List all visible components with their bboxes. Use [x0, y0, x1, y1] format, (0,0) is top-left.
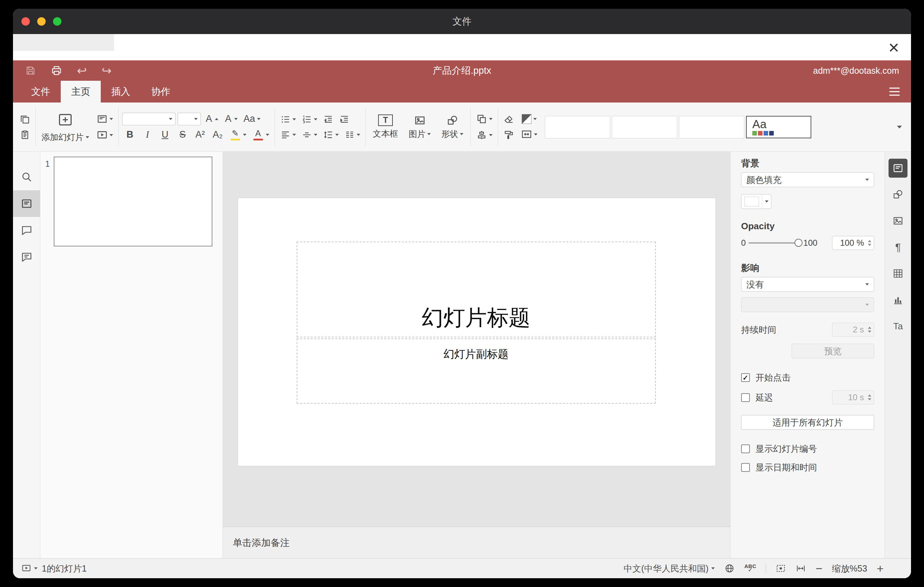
table-settings-tab[interactable]	[889, 264, 908, 283]
add-slide-menu-button[interactable]: 添加幻灯片	[39, 131, 91, 143]
subtitle-placeholder[interactable]: 幻灯片副标题	[297, 338, 656, 404]
search-tool[interactable]	[13, 163, 40, 190]
subscript-button[interactable]: A₂	[210, 129, 225, 140]
theme-gallery: Aa	[545, 102, 811, 151]
columns-button[interactable]	[343, 129, 362, 141]
theme-gallery-expand-button[interactable]	[893, 122, 906, 132]
bold-button[interactable]: B	[122, 129, 138, 140]
decrease-indent-button[interactable]	[321, 113, 335, 126]
copy-button[interactable]	[18, 113, 32, 126]
slide-size-button[interactable]	[519, 128, 539, 141]
zoom-out-button[interactable]: −	[815, 562, 823, 574]
clear-style-button[interactable]	[502, 113, 516, 126]
opacity-slider[interactable]	[749, 242, 800, 244]
chart-settings-icon	[893, 294, 904, 305]
color-scheme-button[interactable]	[519, 113, 539, 125]
save-icon[interactable]	[25, 65, 36, 76]
increase-indent-button[interactable]	[337, 113, 351, 126]
bullets-button[interactable]	[279, 113, 298, 126]
start-slideshow-status-button[interactable]	[21, 564, 38, 573]
paragraph-settings-tab[interactable]: ¶	[889, 238, 908, 257]
background-fill-select[interactable]: 颜色填充	[741, 172, 874, 187]
background-color-picker[interactable]	[741, 194, 771, 209]
decrease-font-button[interactable]: A	[222, 113, 239, 125]
show-slide-number-checkbox[interactable]	[741, 444, 750, 453]
shape-settings-tab[interactable]	[889, 185, 908, 204]
close-preview-button[interactable]: ×	[889, 38, 899, 56]
opacity-value-input[interactable]: 100 %	[832, 236, 874, 250]
set-language-button[interactable]	[724, 563, 735, 574]
opacity-slider-knob[interactable]	[794, 239, 802, 247]
hamburger-menu-icon[interactable]	[889, 88, 900, 96]
paste-button[interactable]	[18, 129, 32, 141]
slide-canvas[interactable]: 幻灯片标题 幻灯片副标题	[223, 152, 730, 527]
slide-thumbnail[interactable]	[54, 157, 213, 246]
theme-slot-3[interactable]	[679, 116, 744, 139]
chat-icon	[21, 251, 33, 263]
effect-select[interactable]: 没有	[741, 277, 874, 292]
theme-color-strip	[752, 131, 810, 135]
theme-slot-2[interactable]	[612, 116, 677, 139]
zoom-in-button[interactable]: +	[876, 562, 884, 574]
show-date-time-checkbox[interactable]	[741, 463, 750, 472]
comments-tool[interactable]	[13, 217, 40, 244]
theme-slot-current[interactable]: Aa	[746, 116, 811, 139]
redo-icon[interactable]: ↪	[102, 64, 112, 76]
highlight-color-button[interactable]: ✎	[228, 128, 248, 142]
fit-slide-button[interactable]	[776, 563, 786, 574]
line-spacing-button[interactable]	[321, 129, 340, 141]
fit-width-button[interactable]	[795, 563, 806, 574]
font-size-combo[interactable]	[178, 113, 201, 125]
show-slide-number-label: 显示幻灯片编号	[756, 443, 817, 455]
preview-button[interactable]: 预览	[792, 344, 874, 358]
undo-icon[interactable]: ↩	[77, 64, 87, 76]
italic-button[interactable]: I	[140, 129, 155, 140]
slides-panel-tool[interactable]	[13, 190, 40, 217]
close-window-button[interactable]	[21, 17, 30, 26]
delay-checkbox[interactable]	[741, 393, 750, 402]
arrange-shape-button[interactable]	[474, 112, 494, 126]
theme-slot-1[interactable]	[545, 116, 610, 139]
tab-insert[interactable]: 插入	[101, 81, 141, 102]
underline-button[interactable]: U	[157, 129, 173, 140]
notes-area[interactable]: 单击添加备注	[223, 527, 730, 558]
slide-settings-tab[interactable]	[889, 159, 908, 178]
align-shape-button[interactable]	[474, 129, 494, 142]
insert-textbox-button[interactable]: T 文本框	[369, 113, 402, 141]
title-placeholder[interactable]: 幻灯片标题	[297, 242, 656, 337]
textart-settings-tab[interactable]: Ta	[889, 317, 908, 336]
minimize-window-button[interactable]	[37, 17, 46, 26]
chat-tool[interactable]	[13, 244, 40, 270]
strikethrough-button[interactable]: S	[175, 129, 190, 140]
insert-image-button[interactable]: 图片	[405, 113, 434, 141]
chart-settings-tab[interactable]	[889, 290, 908, 309]
duration-input[interactable]: 2 s	[832, 323, 874, 337]
editor-body: 1 幻灯片标题 幻灯片副标题 单击添加备注 背景	[13, 152, 911, 558]
delay-input[interactable]: 10 s	[832, 391, 874, 404]
superscript-button[interactable]: A²	[192, 129, 208, 140]
horizontal-align-button[interactable]	[279, 129, 298, 141]
image-settings-tab[interactable]	[889, 211, 908, 230]
apply-to-all-slides-button[interactable]: 适用于所有幻灯片	[741, 415, 874, 430]
copy-style-button[interactable]	[502, 129, 516, 141]
insert-shape-button[interactable]: 形状	[438, 113, 467, 141]
tab-file[interactable]: 文件	[21, 81, 61, 102]
change-case-button[interactable]: Aa	[241, 113, 262, 125]
font-color-button[interactable]: A	[250, 128, 271, 142]
font-name-combo[interactable]	[122, 113, 175, 125]
numbering-button[interactable]	[300, 113, 319, 126]
tab-collaboration[interactable]: 协作	[141, 81, 181, 102]
maximize-window-button[interactable]	[53, 17, 61, 26]
add-slide-button[interactable]	[39, 111, 91, 129]
vertical-align-button[interactable]	[300, 129, 319, 141]
print-icon[interactable]	[51, 65, 62, 76]
effect-variant-select[interactable]	[741, 297, 874, 312]
slide-layout-button[interactable]	[95, 112, 115, 126]
tab-home[interactable]: 主页	[61, 81, 101, 102]
document-language-button[interactable]: 中文(中华人民共和国)	[624, 563, 715, 574]
increase-font-button[interactable]: A	[203, 113, 220, 125]
spellcheck-button[interactable]: ABC ✓	[744, 564, 756, 572]
start-on-click-checkbox[interactable]: ✓	[741, 373, 750, 382]
start-slideshow-button[interactable]	[95, 129, 115, 142]
slide[interactable]: 幻灯片标题 幻灯片副标题	[238, 198, 716, 466]
